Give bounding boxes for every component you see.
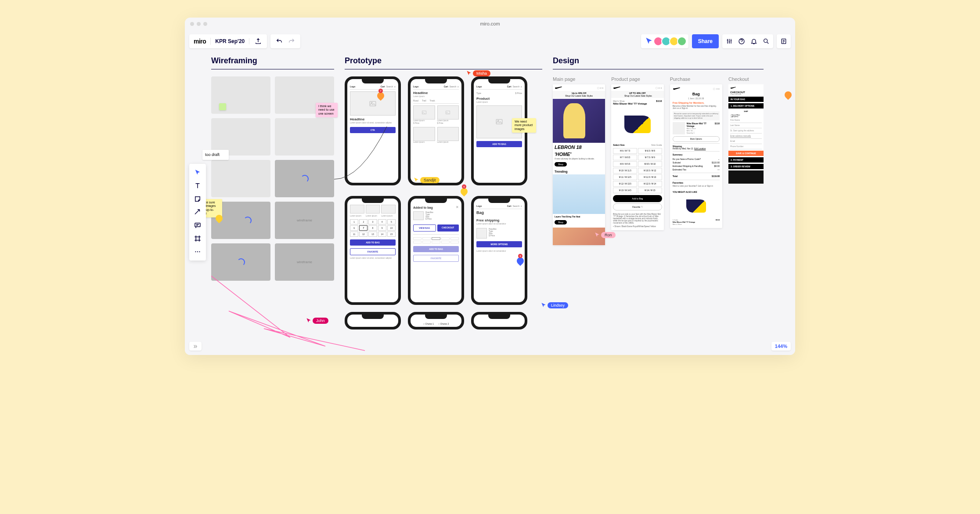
wireframe-sketch[interactable]: I think we need to use one screen xyxy=(275,76,334,114)
collaborator-cursor: Lindsey xyxy=(540,302,568,308)
design-col-purchase: Purchase ▢ ⊙ ≡ Bag 1 Item | $119.08 Free… xyxy=(670,76,722,245)
nike-logo-icon xyxy=(555,86,562,90)
section-prototype: Prototype LogoCart Search ≡ 7 Headline L… xyxy=(345,56,542,355)
search-icon[interactable] xyxy=(762,37,771,46)
settings-icon[interactable] xyxy=(725,37,734,46)
section-wireframing: Wireframing I think we need to use one s… xyxy=(211,56,334,355)
miro-app: miro KPR Sep'20 Share xyxy=(185,30,795,355)
collaborator-cursor: Sandjit xyxy=(413,177,440,183)
phone-mockup[interactable]: LogoCart Search ≡ 7 Headline Lorem ipsum… xyxy=(345,76,401,185)
share-button[interactable]: Share xyxy=(692,34,719,48)
phone-headline: Headline xyxy=(350,117,396,121)
svg-point-1 xyxy=(764,39,767,43)
design-col-product: Product page Make sure the images are up… xyxy=(611,76,663,245)
phone-logo: Logo xyxy=(350,85,355,88)
cursor-icon xyxy=(645,37,653,46)
design-mockup[interactable]: ▢ ⊙ ≡ Up to 40% OffShop Our Latest Sale … xyxy=(553,84,605,245)
undo-icon[interactable] xyxy=(275,37,284,46)
phone-cta: CTA xyxy=(350,127,396,133)
phone-mockup[interactable]: Lorem ipsumLorem ipsumLorem ipsum 12345 … xyxy=(345,196,401,305)
board-name[interactable]: KPR Sep'20 xyxy=(215,38,249,44)
comment-tool[interactable] xyxy=(191,219,204,232)
design-col-title: Purchase xyxy=(670,76,722,82)
design-col-main: Main page ▢ ⊙ ≡ Up to 40% OffShop Our La… xyxy=(553,76,605,245)
wireframe-loading[interactable] xyxy=(275,160,334,197)
export-icon[interactable] xyxy=(254,37,263,46)
wireframe-placeholder[interactable]: wireframe xyxy=(275,243,334,281)
canvas[interactable]: Wireframing I think we need to use one s… xyxy=(211,56,795,355)
design-col-title: Product page xyxy=(611,76,663,82)
collaborator-cursor: John xyxy=(306,318,328,324)
redo-icon[interactable] xyxy=(287,37,296,46)
svg-point-5 xyxy=(197,251,198,252)
topbar-tools xyxy=(722,34,773,48)
sticky-note[interactable]: too draft xyxy=(202,150,229,160)
phone-mockup[interactable] xyxy=(345,312,401,329)
browser-url: miro.com xyxy=(480,21,500,26)
tool-palette xyxy=(189,164,206,261)
design-col-title: Main page xyxy=(553,76,605,82)
minimize-icon[interactable] xyxy=(197,22,201,26)
browser-window: miro.com miro KPR Sep'20 xyxy=(185,18,795,355)
wireframe-sketch[interactable] xyxy=(211,160,270,197)
undo-redo xyxy=(270,34,300,48)
traffic-lights[interactable] xyxy=(190,22,207,26)
comment-icon[interactable] xyxy=(783,90,793,100)
miro-logo[interactable]: miro xyxy=(194,38,211,45)
frame-tool[interactable] xyxy=(191,232,204,245)
zoom-level[interactable]: 144% xyxy=(771,342,791,351)
comment-icon[interactable] xyxy=(219,103,226,110)
text-tool[interactable] xyxy=(191,180,204,192)
phone-mockup[interactable]: We need more product images LogoCart Sea… xyxy=(471,76,527,185)
phone-mockup[interactable] xyxy=(471,312,527,329)
bell-icon[interactable] xyxy=(749,37,758,46)
browser-titlebar: miro.com xyxy=(185,18,795,30)
design-mockup[interactable]: ▢ ⊙ ≡ Bag 1 Item | $119.08 Free Shipping… xyxy=(670,84,722,228)
wireframe-loading[interactable] xyxy=(211,243,270,281)
phone-mockup[interactable]: 3 LogoCart Search ≡ Bag Free shipping Lo… xyxy=(471,196,527,305)
shape-tool[interactable] xyxy=(191,206,204,218)
wireframe-sketch[interactable] xyxy=(211,76,270,114)
more-tool[interactable] xyxy=(191,246,204,258)
section-title: Design xyxy=(553,56,764,69)
app-topbar: miro KPR Sep'20 Share xyxy=(189,34,791,48)
maximize-icon[interactable] xyxy=(203,22,207,26)
sticky-note[interactable]: We need more product images xyxy=(512,118,536,133)
wireframe-sketch[interactable] xyxy=(275,118,334,156)
board-header: miro KPR Sep'20 xyxy=(189,34,267,48)
sticky-tool[interactable] xyxy=(191,193,204,205)
design-col-title: Checkout xyxy=(728,76,764,82)
phone-mockup[interactable]: ○ Choice 1○ Choice 2 xyxy=(408,312,464,329)
wireframe-placeholder[interactable]: wireframe xyxy=(275,202,334,239)
svg-point-6 xyxy=(199,251,200,252)
expand-icon[interactable]: » xyxy=(189,342,202,351)
notes-icon[interactable] xyxy=(777,34,791,48)
avatar[interactable] xyxy=(677,36,687,46)
svg-point-12 xyxy=(498,120,499,121)
section-title: Prototype xyxy=(345,56,542,69)
svg-point-4 xyxy=(195,251,196,252)
help-icon[interactable] xyxy=(737,37,746,46)
collaborator-avatars[interactable] xyxy=(641,34,688,48)
phone-mockup[interactable]: LogoCart Search ≡ Headline Lorem ipsum R… xyxy=(408,76,464,185)
comment-icon[interactable]: 9 xyxy=(459,187,469,197)
design-mockup[interactable]: CHECKOUT 1 Item | $119.08 IN YOUR BAG 1.… xyxy=(728,84,764,184)
close-icon[interactable] xyxy=(190,22,194,26)
wireframe-sketch[interactable]: too draft xyxy=(211,118,270,156)
section-title: Wireframing xyxy=(211,56,334,69)
phone-mockup[interactable]: 9 Added to bag✕ HeadlineTypeSize$ Price … xyxy=(408,196,464,305)
collaborator-cursor: Misha xyxy=(466,70,490,76)
select-tool[interactable] xyxy=(191,167,204,179)
svg-rect-3 xyxy=(195,223,200,227)
sticky-note[interactable]: I think we need to use one screen xyxy=(316,103,338,117)
collaborator-cursor: Ron xyxy=(594,232,616,238)
design-mockup[interactable]: Make sure the images are up-to-date ▢ ⊙ … xyxy=(611,84,663,230)
section-design: Design Main page ▢ ⊙ ≡ Up to 40% OffShop… xyxy=(553,56,764,355)
svg-point-8 xyxy=(371,102,372,103)
design-col-checkout: Checkout CHECKOUT 1 Item | $119.08 IN YO… xyxy=(728,76,764,245)
